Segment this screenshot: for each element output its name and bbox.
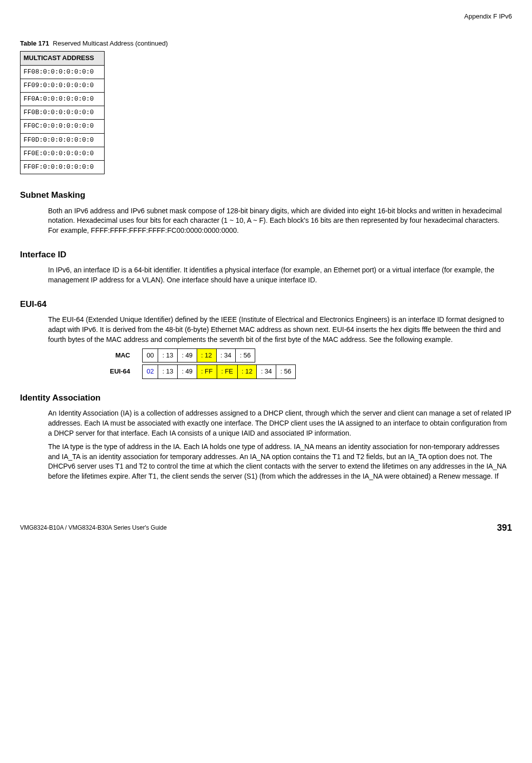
mc-cell: FF0A:0:0:0:0:0:0:0 (21, 92, 105, 106)
mc-cell: FF0B:0:0:0:0:0:0:0 (21, 106, 105, 120)
appendix-header: Appendix F IPv6 (20, 12, 512, 21)
eui64-cell: : 12 (238, 365, 257, 378)
eui64-label: EUI-64 (80, 367, 142, 376)
eui-diagram: MAC 00 : 13 : 49 : 12 : 34 : 56 EUI-64 0… (80, 348, 512, 378)
section-ia-body2: The IA type is the type of address in th… (48, 442, 512, 481)
table-row: FF0D:0:0:0:0:0:0:0 (21, 133, 105, 147)
table-row: FF0E:0:0:0:0:0:0:0 (21, 147, 105, 160)
mac-cells: 00 : 13 : 49 : 12 : 34 : 56 (142, 348, 255, 362)
footer-guide: VMG8324-B10A / VMG8324-B30A Series User'… (20, 524, 167, 532)
multicast-table: MULTICAST ADDRESS FF08:0:0:0:0:0:0:0 FF0… (20, 51, 105, 174)
section-subnet-body: Both an IPv6 address and IPv6 subnet mas… (48, 206, 512, 236)
mac-cell: : 56 (236, 349, 255, 362)
eui64-cell: : 34 (257, 365, 276, 378)
mc-cell: FF0C:0:0:0:0:0:0:0 (21, 120, 105, 133)
table-row: FF08:0:0:0:0:0:0:0 (21, 65, 105, 79)
table171-caption-text: Reserved Multicast Address (continued) (53, 40, 168, 47)
eui-mac-row: MAC 00 : 13 : 49 : 12 : 34 : 56 (80, 348, 512, 362)
mac-cell: 00 (143, 349, 158, 362)
table171-caption: Table 171 Reserved Multicast Address (co… (20, 39, 512, 48)
eui64-cell: 02 (143, 365, 158, 378)
section-interface-title: Interface ID (20, 249, 512, 261)
table-row: FF0F:0:0:0:0:0:0:0 (21, 160, 105, 174)
mc-cell: FF08:0:0:0:0:0:0:0 (21, 65, 105, 79)
mc-cell: FF09:0:0:0:0:0:0:0 (21, 79, 105, 92)
table-row: FF0C:0:0:0:0:0:0:0 (21, 120, 105, 133)
section-interface-body: In IPv6, an interface ID is a 64-bit ide… (48, 265, 512, 285)
table-row: FF0A:0:0:0:0:0:0:0 (21, 92, 105, 106)
eui-eui64-row: EUI-64 02 : 13 : 49 : FF : FE : 12 : 34 … (80, 364, 512, 378)
mac-cell: : 49 (178, 349, 197, 362)
mac-cell: : 34 (217, 349, 236, 362)
mac-cell: : 12 (197, 349, 217, 362)
mc-cell: FF0E:0:0:0:0:0:0:0 (21, 147, 105, 160)
eui64-cell: : 56 (276, 365, 295, 378)
table-row: FF0B:0:0:0:0:0:0:0 (21, 106, 105, 120)
eui64-cell: : 49 (178, 365, 197, 378)
section-ia-body1: An Identity Association (IA) is a collec… (48, 409, 512, 438)
table-row: FF09:0:0:0:0:0:0:0 (21, 79, 105, 92)
eui64-cell: : FE (217, 365, 238, 378)
mc-header: MULTICAST ADDRESS (21, 52, 105, 65)
eui64-cell: : FF (197, 365, 217, 378)
mac-label: MAC (80, 351, 142, 360)
eui64-cell: : 13 (158, 365, 178, 378)
section-eui-body: The EUI-64 (Extended Unique Identifier) … (48, 315, 512, 344)
mc-cell: FF0D:0:0:0:0:0:0:0 (21, 133, 105, 147)
section-ia-title: Identity Association (20, 392, 512, 404)
section-eui-title: EUI-64 (20, 298, 512, 310)
mc-cell: FF0F:0:0:0:0:0:0:0 (21, 160, 105, 174)
page-number: 391 (497, 522, 512, 534)
table171-label: Table 171 (20, 40, 49, 47)
section-subnet-title: Subnet Masking (20, 189, 512, 201)
eui64-cells: 02 : 13 : 49 : FF : FE : 12 : 34 : 56 (142, 364, 296, 378)
mac-cell: : 13 (158, 349, 178, 362)
page-footer: VMG8324-B10A / VMG8324-B30A Series User'… (20, 522, 512, 534)
